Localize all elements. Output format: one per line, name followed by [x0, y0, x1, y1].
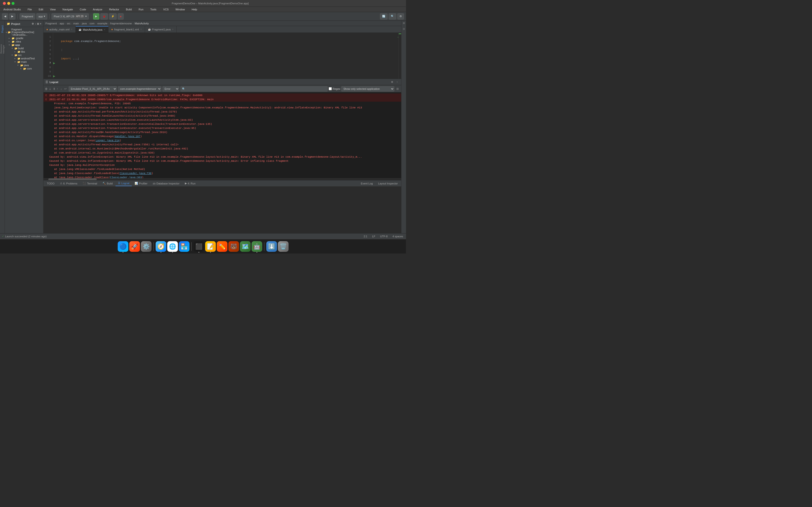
menu-navigate[interactable]: Navigate [61, 7, 74, 11]
resource-manager-button[interactable]: Resource Manager [0, 40, 4, 55]
menu-android-studio[interactable]: Android Studio [2, 7, 22, 11]
logcat-settings-button[interactable]: ⚙ [390, 80, 394, 84]
tree-item-app[interactable]: ▾ 📂 app [5, 43, 43, 47]
tree-item-gradle[interactable]: ▸ 📁 .gradle [5, 37, 43, 40]
settings-button[interactable]: ⚙ [397, 13, 404, 19]
menu-refactor[interactable]: Refactor [108, 7, 120, 11]
breadcrumb-example[interactable]: example [97, 22, 108, 25]
menu-window[interactable]: Window [174, 7, 186, 11]
forward-button[interactable]: ▶ [9, 13, 15, 19]
breadcrumb-app[interactable]: app [60, 22, 64, 25]
sync-button[interactable]: 🔄 [380, 13, 388, 19]
dock-android-studio[interactable]: 🤖 [252, 241, 262, 252]
clear-logcat-button[interactable]: 🗑 [45, 87, 48, 91]
tab-profiler[interactable]: 📊 Profiler [132, 181, 150, 186]
status-indent[interactable]: 4 spaces [392, 235, 404, 238]
classloader-link-1[interactable]: ClassLoader.java:738 [120, 172, 152, 175]
menu-edit[interactable]: Edit [37, 7, 45, 11]
app-selector[interactable]: app ▾ [36, 13, 47, 19]
right-strip-button-1[interactable]: ⊞ [402, 22, 406, 25]
regex-check[interactable] [329, 87, 332, 90]
logcat-minimize-button[interactable]: − [395, 80, 399, 84]
down-button[interactable]: ↓ [60, 87, 64, 91]
regex-checkbox[interactable]: Regex [329, 87, 340, 90]
tab-close-button[interactable]: × [172, 28, 173, 31]
status-lf[interactable]: LF [371, 235, 376, 238]
dock-safari[interactable]: 🧭 [156, 241, 166, 252]
log-level-selector[interactable]: Error [162, 86, 179, 92]
tab-close-button[interactable]: × [140, 28, 142, 31]
breadcrumb-src[interactable]: src [67, 22, 70, 25]
fullscreen-button[interactable] [12, 2, 14, 5]
tab-fragment-blank1[interactable]: ■ fragment_blank1.xml × [108, 26, 145, 33]
sidebar-gear-button[interactable]: ⚙ [32, 22, 34, 25]
dock-maps[interactable]: 🗺️ [240, 241, 251, 252]
tree-item-src[interactable]: ▾ 📂 src [5, 53, 43, 57]
tab-database-inspector[interactable]: 🗃 Database Inspector [150, 181, 182, 186]
tab-fragment1[interactable]: ☕ Fragment1.java × [145, 26, 176, 33]
dock-trash[interactable]: 🗑️ [278, 241, 289, 252]
tree-item-com[interactable]: ▾ 📂 com [5, 67, 43, 70]
logcat-scrollbar[interactable] [44, 178, 401, 180]
tab-mainactivity[interactable]: ☕ MainActivity.java × [75, 26, 108, 33]
minimize-button[interactable] [7, 2, 10, 5]
menu-help[interactable]: Help [190, 7, 199, 11]
tree-item-idea[interactable]: ▸ 📁 .idea [5, 40, 43, 43]
pause-button[interactable]: ⏸ [53, 87, 56, 91]
project-panel-button[interactable]: Project [0, 22, 4, 36]
tab-logcat[interactable]: ☰ Logcat [115, 181, 132, 186]
tab-event-log[interactable]: Event Log [358, 181, 375, 186]
breadcrumb-fragmentdemoone[interactable]: fragmentdemoone [110, 22, 132, 25]
sidebar-sync-button[interactable]: ↕ [35, 22, 36, 25]
dock-bear[interactable]: 🐻 [229, 241, 239, 252]
device-selector[interactable]: Pixel 3 XL API 29 API 29 ▾ [51, 13, 89, 19]
tab-terminal[interactable]: ⬛ Terminal [80, 181, 100, 186]
looper-link[interactable]: Looper.java:214 [96, 139, 120, 142]
close-button[interactable] [3, 2, 6, 5]
menu-build[interactable]: Build [124, 7, 133, 11]
breadcrumb-com[interactable]: com [90, 22, 95, 25]
dock-pencil[interactable]: ✏️ [217, 241, 227, 252]
run-button[interactable]: ▶ [93, 13, 99, 19]
classloader-link-2[interactable]: ClassLoader.java:363 [110, 176, 142, 178]
menu-file[interactable]: File [26, 7, 33, 11]
tree-item-build[interactable]: ▾ 📂 build [5, 47, 43, 50]
dock-terminal[interactable]: ⬛ [194, 241, 204, 252]
show-only-selected-selector[interactable]: Show only selected application [341, 86, 394, 92]
scroll-to-end-button[interactable]: ⤓ [49, 87, 52, 91]
tree-item-libs[interactable]: ▸ 📁 libs [5, 50, 43, 53]
tab-layout-inspector[interactable]: Layout Inspector [376, 181, 400, 186]
tab-activity-main[interactable]: ■ activity_main.xml × [44, 26, 75, 33]
logcat-search-input[interactable] [180, 86, 328, 92]
menu-view[interactable]: View [49, 7, 57, 11]
status-encoding[interactable]: UTF-8 [379, 235, 389, 238]
tree-item-java[interactable]: ▾ 📂 java [5, 63, 43, 67]
search-everywhere-button[interactable]: 🔍 [389, 13, 396, 19]
sidebar-settings-button[interactable]: ⊞ [37, 22, 39, 25]
right-strip-button-2[interactable]: ⊟ [402, 27, 406, 32]
menu-analyze[interactable]: Analyze [91, 7, 104, 11]
menu-run[interactable]: Run [137, 7, 145, 11]
debug-button[interactable]: 🐞 [100, 13, 108, 19]
menu-tools[interactable]: Tools [149, 7, 158, 11]
dock-system-prefs[interactable]: ⚙️ [141, 241, 152, 252]
dock-launchpad[interactable]: 🚀 [129, 241, 140, 252]
method-icon[interactable]: ▶ [53, 74, 58, 78]
tab-problems[interactable]: ⚠ 6: Problems [57, 181, 80, 186]
dock-finder[interactable]: 🔵 [118, 241, 128, 252]
tab-build[interactable]: 🔨 Build [100, 181, 115, 186]
tab-todo[interactable]: TODO [45, 181, 57, 186]
profile-button[interactable]: ⚡ [109, 13, 117, 19]
breadcrumb-main[interactable]: main [73, 22, 79, 25]
dock-notes[interactable]: 📝 [205, 241, 216, 252]
logcat-format-button[interactable]: ⊞ [396, 87, 400, 91]
breadcrumb-java[interactable]: java [82, 22, 87, 25]
package-selector[interactable]: com.example.fragmentdemoone [118, 86, 161, 92]
tab-close-button[interactable]: × [104, 28, 105, 31]
dock-chrome[interactable]: 🌐 [167, 241, 178, 252]
back-button[interactable]: ◀ [2, 13, 8, 19]
tree-item-main[interactable]: ▾ 📂 main [5, 60, 43, 63]
stop-button[interactable]: ■ [118, 13, 124, 19]
menu-vcs[interactable]: VCS [162, 7, 170, 11]
wrap-button[interactable]: ↩ [64, 87, 68, 91]
